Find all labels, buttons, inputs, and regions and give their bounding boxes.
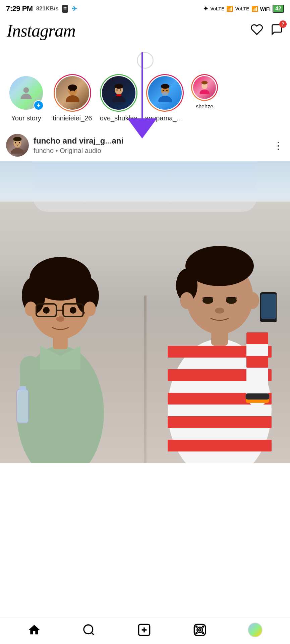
svg-point-19	[199, 90, 209, 94]
svg-point-57	[215, 308, 224, 314]
svg-point-54	[246, 292, 259, 309]
svg-point-11	[120, 89, 121, 91]
signal-lte2: VoLTE	[235, 6, 249, 11]
svg-point-74	[196, 633, 197, 634]
car-interior-scene	[0, 161, 290, 463]
shehze-avatar	[192, 75, 217, 100]
anupama-avatar-wrap	[146, 74, 184, 112]
svg-point-4	[70, 90, 71, 91]
add-story-button[interactable]: +	[34, 100, 44, 110]
battery-icon: 42	[273, 5, 284, 13]
reel-header: funcho and viraj_g...ani funcho • Origin…	[0, 129, 290, 161]
svg-point-72	[196, 626, 197, 627]
svg-rect-8	[116, 94, 121, 96]
story-ove-shuklaa[interactable]: ove_shuklaa	[99, 74, 139, 122]
svg-rect-48	[168, 440, 272, 451]
signal-4g-icon: 📶	[226, 6, 233, 12]
svg-point-7	[112, 96, 125, 102]
svg-point-5	[73, 90, 75, 91]
svg-rect-42	[19, 386, 26, 391]
shehze-avatar-wrap	[191, 74, 218, 101]
svg-point-22	[11, 148, 24, 154]
nav-search[interactable]	[82, 623, 96, 637]
reel-username2: viraj_g...ani	[79, 136, 123, 145]
signal-lte1: VoLTE	[210, 6, 224, 11]
tinnieieiei-ring	[54, 74, 91, 112]
svg-point-33	[84, 302, 96, 316]
anupama-ring	[146, 74, 184, 112]
story-tinnieieiei[interactable]: tinnieieiei_26	[52, 74, 93, 122]
svg-point-20	[201, 81, 208, 85]
shehze-ring	[191, 74, 218, 101]
reel-video-content[interactable]	[0, 161, 290, 463]
notifications-button[interactable]	[250, 23, 263, 39]
ove-shuklaa-avatar	[101, 75, 136, 111]
nav-profile-avatar	[248, 623, 263, 637]
svg-point-23	[13, 137, 22, 141]
status-time: 7:29 PM	[6, 4, 33, 13]
nav-profile[interactable]	[248, 623, 263, 637]
nav-add[interactable]	[137, 623, 152, 637]
svg-point-73	[202, 626, 204, 627]
ove-shuklaa-label: ove_shuklaa	[100, 114, 137, 122]
seat-divider	[144, 296, 147, 463]
svg-rect-64	[246, 393, 269, 399]
sunroof	[34, 161, 256, 212]
instagram-logo: Instagram	[7, 21, 75, 41]
anupama-avatar	[147, 75, 183, 111]
svg-rect-62	[261, 294, 276, 319]
reel-subtext: funcho • Original audio	[34, 147, 123, 155]
svg-point-15	[163, 90, 164, 91]
story-anupama[interactable]: anupama_vi...	[145, 74, 185, 122]
story-shehze[interactable]: shehze	[191, 74, 218, 122]
header-icons: 7	[250, 23, 283, 39]
story-your-story[interactable]: + Your story	[6, 74, 46, 122]
your-story-avatar-wrap: +	[7, 74, 45, 112]
wifi-icon: 📶	[251, 6, 258, 12]
svg-point-24	[15, 142, 16, 143]
svg-point-71	[199, 629, 201, 631]
status-bar: 7:29 PM 821KB/s ≡ ✈ ✦ VoLTE 📶 VoLTE 📶 Wi…	[0, 0, 290, 17]
wifi-signal: WiFi	[260, 6, 271, 12]
svg-point-10	[116, 89, 118, 91]
reel-user[interactable]: funcho and viraj_g...ani funcho • Origin…	[6, 134, 123, 157]
your-story-label: Your story	[11, 114, 41, 122]
message-badge: 7	[279, 20, 287, 28]
tinnieieiei-label: tinnieieiei_26	[53, 114, 92, 122]
svg-rect-47	[168, 416, 272, 428]
post-options-button[interactable]: ⋮	[273, 140, 284, 151]
svg-point-53	[180, 292, 193, 309]
app-icon-1: ≡	[62, 5, 68, 13]
nav-reels[interactable]	[193, 623, 207, 637]
svg-rect-60	[246, 356, 268, 368]
svg-point-70	[197, 627, 203, 633]
svg-point-37	[43, 307, 50, 314]
nav-home[interactable]	[27, 623, 41, 637]
svg-point-38	[70, 307, 76, 314]
svg-rect-59	[246, 332, 268, 344]
reel-post: funcho and viraj_g...ani funcho • Origin…	[0, 129, 290, 463]
app-header: Instagram 7	[0, 17, 290, 45]
shehze-label: shehze	[196, 104, 213, 110]
tinnieieiei-avatar-wrap	[54, 74, 91, 112]
svg-point-75	[202, 633, 204, 634]
svg-point-3	[68, 84, 77, 90]
svg-point-0	[23, 87, 29, 93]
reel-avatar	[6, 134, 29, 157]
svg-point-25	[19, 142, 20, 143]
svg-point-39	[56, 316, 64, 322]
anupama-label: anupama_vi...	[145, 114, 185, 122]
svg-point-14	[161, 84, 169, 89]
stories-row: + Your story	[0, 72, 290, 124]
bluetooth-icon: ✦	[203, 5, 208, 12]
pull-circle	[137, 52, 154, 69]
pull-refresh-indicator	[0, 45, 290, 69]
tinnieieiei-avatar	[55, 75, 90, 111]
status-icons: ✦ VoLTE 📶 VoLTE 📶 WiFi 42	[203, 5, 284, 13]
svg-point-16	[166, 90, 168, 91]
svg-point-32	[25, 302, 37, 316]
messenger-button[interactable]: 7	[271, 23, 283, 39]
svg-rect-41	[17, 389, 28, 423]
network-speed: 821KB/s	[36, 5, 59, 12]
stories-section: + Your story	[0, 69, 290, 129]
